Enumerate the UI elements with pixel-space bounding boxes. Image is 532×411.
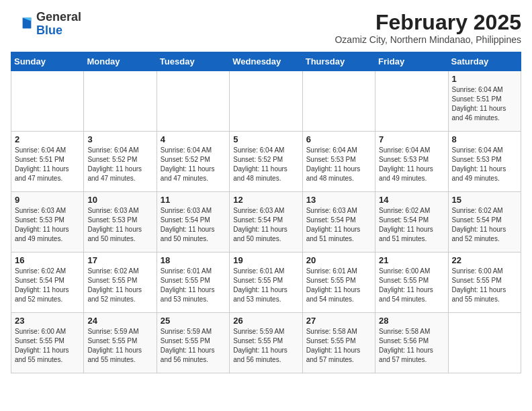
header-day-tuesday: Tuesday: [157, 52, 229, 71]
day-number: 3: [87, 134, 152, 144]
day-info: Sunrise: 6:04 AM Sunset: 5:51 PM Dayligh…: [452, 86, 506, 122]
day-number: 13: [306, 195, 371, 205]
header-day-saturday: Saturday: [448, 52, 521, 71]
calendar-cell: [230, 71, 302, 132]
calendar-header: SundayMondayTuesdayWednesdayThursdayFrid…: [11, 52, 521, 71]
calendar-cell: 27Sunrise: 5:58 AM Sunset: 5:55 PM Dayli…: [302, 313, 375, 373]
day-info: Sunrise: 5:59 AM Sunset: 5:55 PM Dayligh…: [87, 328, 142, 363]
calendar-cell: 19Sunrise: 6:01 AM Sunset: 5:55 PM Dayli…: [230, 253, 302, 313]
location: Ozamiz City, Northern Mindanao, Philippi…: [335, 34, 521, 45]
calendar-cell: 12Sunrise: 6:03 AM Sunset: 5:54 PM Dayli…: [230, 192, 302, 253]
day-info: Sunrise: 6:04 AM Sunset: 5:52 PM Dayligh…: [87, 146, 142, 182]
day-number: 8: [452, 134, 517, 144]
day-number: 27: [306, 316, 371, 326]
logo: General Blue: [11, 11, 81, 38]
day-info: Sunrise: 6:03 AM Sunset: 5:54 PM Dayligh…: [233, 207, 287, 242]
day-number: 11: [161, 195, 226, 205]
day-number: 14: [379, 195, 444, 205]
day-number: 10: [87, 195, 152, 205]
day-info: Sunrise: 6:01 AM Sunset: 5:55 PM Dayligh…: [233, 267, 287, 303]
day-info: Sunrise: 6:02 AM Sunset: 5:54 PM Dayligh…: [452, 207, 506, 242]
day-number: 20: [306, 255, 371, 265]
day-number: 24: [87, 316, 152, 326]
day-info: Sunrise: 5:59 AM Sunset: 5:55 PM Dayligh…: [161, 328, 215, 363]
calendar-cell: [84, 71, 157, 132]
calendar-cell: 10Sunrise: 6:03 AM Sunset: 5:53 PM Dayli…: [84, 192, 157, 253]
calendar-cell: 24Sunrise: 5:59 AM Sunset: 5:55 PM Dayli…: [84, 313, 157, 373]
day-number: 6: [306, 134, 371, 144]
day-number: 9: [15, 195, 80, 205]
calendar-cell: 18Sunrise: 6:01 AM Sunset: 5:55 PM Dayli…: [157, 253, 229, 313]
week-row-1: 2Sunrise: 6:04 AM Sunset: 5:51 PM Daylig…: [11, 132, 521, 192]
calendar-cell: 28Sunrise: 5:58 AM Sunset: 5:56 PM Dayli…: [375, 313, 448, 373]
calendar-body: 1Sunrise: 6:04 AM Sunset: 5:51 PM Daylig…: [11, 71, 521, 373]
calendar-cell: 13Sunrise: 6:03 AM Sunset: 5:54 PM Dayli…: [302, 192, 375, 253]
logo-general: General: [36, 10, 81, 24]
calendar-cell: 9Sunrise: 6:03 AM Sunset: 5:53 PM Daylig…: [11, 192, 84, 253]
day-info: Sunrise: 6:00 AM Sunset: 5:55 PM Dayligh…: [452, 267, 506, 303]
calendar-cell: 1Sunrise: 6:04 AM Sunset: 5:51 PM Daylig…: [448, 71, 521, 132]
header-day-wednesday: Wednesday: [230, 52, 302, 71]
month-year: February 2025: [335, 11, 521, 34]
day-info: Sunrise: 6:00 AM Sunset: 5:55 PM Dayligh…: [379, 267, 433, 303]
day-info: Sunrise: 5:58 AM Sunset: 5:55 PM Dayligh…: [306, 328, 361, 363]
day-info: Sunrise: 6:04 AM Sunset: 5:52 PM Dayligh…: [161, 146, 215, 182]
calendar-cell: [375, 71, 448, 132]
calendar-cell: [302, 71, 375, 132]
header-day-friday: Friday: [375, 52, 448, 71]
calendar-cell: 26Sunrise: 5:59 AM Sunset: 5:55 PM Dayli…: [230, 313, 302, 373]
calendar-cell: 7Sunrise: 6:04 AM Sunset: 5:53 PM Daylig…: [375, 132, 448, 192]
calendar-cell: 6Sunrise: 6:04 AM Sunset: 5:53 PM Daylig…: [302, 132, 375, 192]
week-row-4: 23Sunrise: 6:00 AM Sunset: 5:55 PM Dayli…: [11, 313, 521, 373]
header-day-monday: Monday: [84, 52, 157, 71]
day-number: 22: [452, 255, 517, 265]
day-number: 12: [233, 195, 298, 205]
day-info: Sunrise: 6:03 AM Sunset: 5:53 PM Dayligh…: [15, 207, 69, 242]
calendar-cell: 2Sunrise: 6:04 AM Sunset: 5:51 PM Daylig…: [11, 132, 84, 192]
day-info: Sunrise: 6:03 AM Sunset: 5:53 PM Dayligh…: [87, 207, 142, 242]
day-number: 25: [161, 316, 226, 326]
day-number: 2: [15, 134, 80, 144]
day-info: Sunrise: 5:58 AM Sunset: 5:56 PM Dayligh…: [379, 328, 433, 363]
calendar-cell: 21Sunrise: 6:00 AM Sunset: 5:55 PM Dayli…: [375, 253, 448, 313]
calendar-cell: 16Sunrise: 6:02 AM Sunset: 5:54 PM Dayli…: [11, 253, 84, 313]
day-number: 5: [233, 134, 298, 144]
day-number: 1: [452, 74, 517, 84]
day-number: 19: [233, 255, 298, 265]
day-number: 23: [15, 316, 80, 326]
day-info: Sunrise: 6:02 AM Sunset: 5:54 PM Dayligh…: [379, 207, 433, 242]
calendar-cell: [11, 71, 84, 132]
calendar-cell: 22Sunrise: 6:00 AM Sunset: 5:55 PM Dayli…: [448, 253, 521, 313]
day-info: Sunrise: 6:00 AM Sunset: 5:55 PM Dayligh…: [15, 328, 69, 363]
calendar-cell: 4Sunrise: 6:04 AM Sunset: 5:52 PM Daylig…: [157, 132, 229, 192]
header-day-thursday: Thursday: [302, 52, 375, 71]
calendar-cell: 14Sunrise: 6:02 AM Sunset: 5:54 PM Dayli…: [375, 192, 448, 253]
header-day-sunday: Sunday: [11, 52, 84, 71]
calendar-cell: 15Sunrise: 6:02 AM Sunset: 5:54 PM Dayli…: [448, 192, 521, 253]
day-number: 7: [379, 134, 444, 144]
day-info: Sunrise: 6:04 AM Sunset: 5:53 PM Dayligh…: [452, 146, 506, 182]
day-number: 18: [161, 255, 226, 265]
day-info: Sunrise: 6:01 AM Sunset: 5:55 PM Dayligh…: [161, 267, 215, 303]
day-info: Sunrise: 6:04 AM Sunset: 5:53 PM Dayligh…: [379, 146, 433, 182]
day-info: Sunrise: 6:04 AM Sunset: 5:51 PM Dayligh…: [15, 146, 69, 182]
calendar-cell: 5Sunrise: 6:04 AM Sunset: 5:52 PM Daylig…: [230, 132, 302, 192]
day-info: Sunrise: 6:02 AM Sunset: 5:55 PM Dayligh…: [87, 267, 142, 303]
calendar-cell: 8Sunrise: 6:04 AM Sunset: 5:53 PM Daylig…: [448, 132, 521, 192]
page-header: General Blue February 2025 Ozamiz City, …: [11, 11, 521, 45]
day-info: Sunrise: 6:01 AM Sunset: 5:55 PM Dayligh…: [306, 267, 361, 303]
calendar-cell: 20Sunrise: 6:01 AM Sunset: 5:55 PM Dayli…: [302, 253, 375, 313]
calendar-cell: 11Sunrise: 6:03 AM Sunset: 5:54 PM Dayli…: [157, 192, 229, 253]
logo-text: General Blue: [36, 11, 81, 38]
day-info: Sunrise: 6:03 AM Sunset: 5:54 PM Dayligh…: [161, 207, 215, 242]
day-number: 16: [15, 255, 80, 265]
day-number: 4: [161, 134, 226, 144]
day-number: 21: [379, 255, 444, 265]
calendar-cell: [448, 313, 521, 373]
calendar-cell: 23Sunrise: 6:00 AM Sunset: 5:55 PM Dayli…: [11, 313, 84, 373]
day-number: 17: [87, 255, 152, 265]
logo-icon: [11, 13, 32, 35]
calendar-cell: [157, 71, 229, 132]
day-number: 15: [452, 195, 517, 205]
title-block: February 2025 Ozamiz City, Northern Mind…: [335, 11, 521, 45]
